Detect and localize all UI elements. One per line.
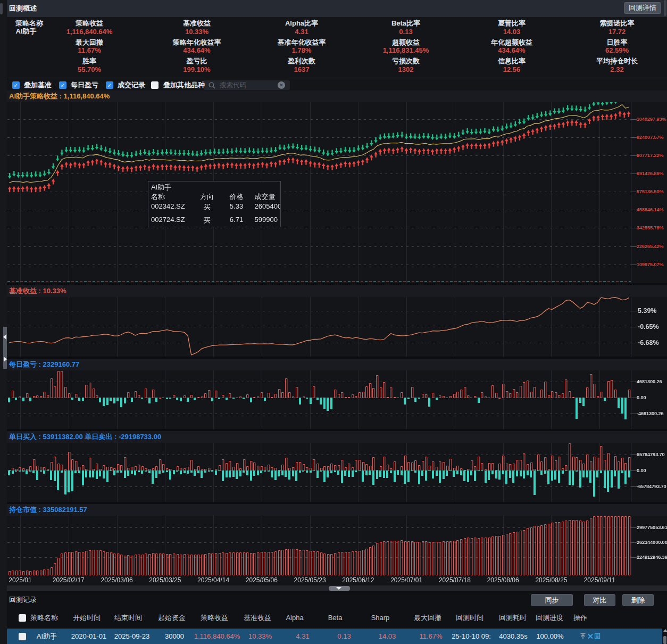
records-section: 回测记录 同步 对比 删除 策略名称开始时间结束时间起始资金策略收益基准收益Al… [0, 591, 667, 644]
records-column-header[interactable]: 回测进度 [536, 609, 563, 626]
records-column-header[interactable]: 回测时间 [456, 609, 483, 626]
y-axis-label: 691426.86% [637, 171, 664, 176]
x-axis-label: 2025/09/11 [584, 576, 615, 584]
x-axis-label: 2025/07/18 [439, 576, 471, 584]
stat-value: 12.56 [503, 65, 521, 73]
backtest-app: 回测概述 回测详情 策略名称AI助手策略收益1,116,840.64%基准收益1… [0, 0, 667, 644]
panel-title-benchmark-return: 基准收益 : 10.33% [7, 285, 667, 297]
y-axis-label: 0.00 [637, 468, 646, 473]
row-checkbox[interactable] [19, 633, 26, 640]
records-cell: 4030.35s [499, 629, 528, 644]
stat-value: 199.10% [183, 65, 210, 73]
scrollbar-up-icon[interactable] [663, 629, 667, 632]
records-cell: 11.67% [419, 629, 442, 644]
records-scrollbar-thumb[interactable] [663, 636, 666, 644]
panel-pager-handle[interactable] [3, 327, 7, 369]
x-axis-label: 2025/02/17 [53, 576, 85, 584]
left-edge-strip [0, 0, 7, 644]
stat-label: 策略收益 [76, 19, 103, 28]
records-column-header[interactable]: 起始资金 [158, 609, 186, 626]
records-cell: 14.03 [379, 629, 396, 644]
tooltip-header-cell: 成交量 [255, 192, 276, 202]
records-column-header[interactable]: 结束时间 [114, 609, 142, 626]
y-axis-label: 65784793.70 [637, 452, 665, 457]
x-axis-label: 2025/03/06 [101, 576, 133, 584]
y-axis-label: 924007.57% [637, 135, 664, 140]
stat-value: 4.31 [295, 27, 308, 35]
y-axis-label: -4681300.26 [637, 411, 664, 416]
select-all-checkbox[interactable] [19, 614, 26, 622]
checkbox-label: 叠加基准 [24, 79, 52, 91]
y-axis-label: 226265.42% [637, 244, 664, 249]
y-axis-label: 575136.50% [637, 189, 664, 194]
close-icon[interactable] [588, 632, 594, 641]
chevron-right-icon [4, 357, 7, 362]
records-column-header[interactable]: 最大回撤 [414, 609, 441, 626]
checkbox-4[interactable] [151, 81, 159, 89]
search-box[interactable]: 搜索代码 ✕ [204, 80, 290, 90]
stat-value: 14.03 [503, 27, 521, 35]
records-column-header[interactable]: 回测耗时 [499, 609, 527, 626]
stat-value: 434.64% [498, 46, 525, 54]
compare-button[interactable]: 对比 [584, 594, 615, 606]
tooltip-cell: 5.33 [230, 202, 243, 210]
y-axis-label: 109975.07% [637, 262, 664, 267]
pin-top-icon[interactable] [580, 632, 586, 641]
stat-label: Beta比率 [391, 19, 420, 28]
y-axis-label: 4681300.26 [637, 379, 662, 384]
x-axis-label: 2025/01 [9, 576, 31, 584]
records-column-header[interactable]: 策略收益 [201, 609, 228, 626]
records-cell: 2020-01-01 [71, 629, 107, 644]
records-column-header[interactable]: Alpha [286, 609, 303, 626]
clear-search-icon[interactable]: ✕ [278, 81, 285, 89]
page-title: 回测概述 [9, 0, 37, 17]
stats-summary: 策略名称AI助手策略收益1,116,840.64%基准收益10.33%Alpha… [0, 17, 667, 79]
records-column-header[interactable]: 基准收益 [244, 609, 271, 626]
records-cell: 30000 [165, 629, 184, 644]
y-axis-label: -0.65% [638, 323, 659, 331]
panel-title-position-value: 持仓市值 : 335082191.57 [7, 504, 667, 516]
left-scrollbar-thumb[interactable] [0, 3, 3, 14]
tooltip-header-cell: 名称 [151, 192, 165, 202]
y-axis-label: 224912946.39 [637, 555, 667, 560]
chevron-down-icon [336, 587, 341, 590]
records-title: 回测记录 [9, 595, 37, 605]
tooltip-cell: 002724.SZ [151, 216, 185, 224]
stat-value: 10.33% [185, 27, 209, 35]
right-scrollbar-thumb[interactable] [664, 0, 666, 16]
records-column-header[interactable]: Sharp [371, 609, 390, 626]
search-input[interactable]: 搜索代码 [220, 80, 246, 90]
chart-toolbar: 搜索代码 ✕ ✓叠加基准✓每日盈亏✓成交记录叠加其他品种 [0, 79, 667, 90]
chevron-left-icon [3, 334, 6, 340]
backtest-detail-button[interactable]: 回测详情 [624, 2, 661, 14]
records-column-header[interactable]: 开始时间 [73, 609, 101, 626]
splitter-collapse-handle[interactable] [329, 586, 350, 591]
delete-button[interactable]: 删除 [622, 594, 654, 606]
stat-value: 434.64% [183, 46, 210, 54]
stat-value: 11.67% [78, 46, 101, 54]
log-icon[interactable] [595, 632, 601, 641]
panel-title-daily-pnl: 每日盈亏 : 2329160.77 [7, 359, 667, 370]
stat-value: 0.13 [399, 27, 412, 35]
sync-button[interactable]: 同步 [531, 594, 573, 606]
checkbox-1[interactable]: ✓ [12, 81, 20, 89]
y-axis-label: 299775053.61 [637, 525, 667, 530]
stat-value: 1637 [294, 65, 310, 73]
checkbox-2[interactable]: ✓ [59, 81, 66, 89]
records-cell: 100.00% [536, 629, 563, 644]
panel-title-daily-buy-sell: 单日买入 : 53911382.00 单日卖出 : -29198733.00 [7, 431, 667, 443]
x-axis-label: 2025/08/06 [487, 576, 519, 584]
header-bar: 回测概述 回测详情 [7, 0, 667, 17]
records-column-header[interactable]: Beta [328, 609, 343, 626]
stat-value: 1,116,831.45% [383, 46, 429, 54]
tooltip-cell: 6.71 [230, 216, 243, 224]
records-column-header[interactable]: 策略名称 [30, 609, 58, 626]
records-column-header[interactable]: 操作 [573, 609, 587, 626]
stat-value: 1302 [398, 65, 414, 73]
stat-label: Alpha比率 [285, 19, 318, 28]
records-table-row[interactable]: AI助手2020-01-012025-09-23300001,116,840.6… [7, 629, 662, 644]
records-cell: 1,116,840.64% [194, 629, 240, 644]
checkbox-3[interactable]: ✓ [106, 81, 113, 89]
records-cell: 25-10-10 09: [452, 629, 491, 644]
y-axis-label: 807717.22% [637, 153, 664, 158]
